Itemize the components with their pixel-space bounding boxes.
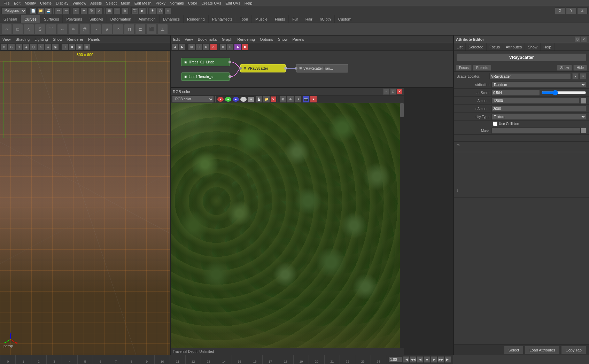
wireframe-btn[interactable]: ⬡ — [157, 7, 164, 14]
shelf-icon-arc[interactable]: ⌒ — [46, 24, 56, 34]
play-prev-btn[interactable]: ◀◀ — [410, 356, 416, 363]
sg-menu-graph[interactable]: Graph — [221, 37, 234, 41]
vp-toolbar-btn-7[interactable]: ● — [45, 44, 52, 51]
rt-info-btn[interactable]: ℹ — [295, 96, 302, 103]
rt-btn-1[interactable]: ● — [217, 96, 224, 102]
sg-grid-btn[interactable]: ⊞ — [227, 44, 234, 51]
menu-select[interactable]: Select — [104, 1, 119, 5]
shelf-tab-fluids[interactable]: Fluids — [271, 15, 289, 23]
shelf-icon-s-curve[interactable]: S — [35, 24, 45, 34]
sg-menu-view[interactable]: View — [184, 37, 194, 41]
sg-tool-6[interactable]: ✕ — [210, 44, 217, 51]
render-vscroll-thumb[interactable] — [400, 103, 404, 117]
select-tool[interactable]: ↖ — [73, 7, 80, 14]
rt-x-btn[interactable]: ✕ — [271, 96, 276, 102]
rt-camera-btn[interactable]: 📷 — [302, 96, 309, 103]
menu-color[interactable]: Color — [186, 1, 199, 5]
vp-toolbar-btn-5[interactable]: ⬡ — [30, 44, 37, 51]
menu-help[interactable]: Help — [242, 1, 255, 5]
new-btn[interactable]: 📄 — [30, 7, 37, 14]
frame-input[interactable]: 1.00 — [388, 356, 402, 363]
vp-menu-renderer[interactable]: Renderer — [66, 37, 84, 41]
shelf-icon-planar[interactable]: ⬛ — [146, 24, 157, 34]
attr-close-btn[interactable]: ✕ — [581, 36, 587, 42]
attr-tab-focus[interactable]: Focus — [487, 43, 503, 51]
menu-proxy[interactable]: Proxy — [154, 1, 168, 5]
attr-focus-btn[interactable]: Focus — [456, 65, 472, 71]
play-back-btn[interactable]: ◀ — [417, 356, 423, 363]
shelf-icon-pencil[interactable]: ✏ — [68, 24, 79, 34]
shelf-icon-revolve[interactable]: ↺ — [113, 24, 123, 34]
sg-filter-btn[interactable]: ◆ — [234, 44, 241, 51]
shader-node-vrscatter[interactable]: ⊞ VRayScatter — [240, 64, 286, 72]
shelf-icon-ep-curve[interactable]: ~ — [91, 24, 101, 34]
menu-edit-mesh[interactable]: Edit Mesh — [132, 1, 154, 5]
shelf-tab-toon[interactable]: Toon — [236, 15, 252, 23]
attr-input-density-type[interactable]: Texture — [491, 114, 586, 120]
shelf-tab-fur[interactable]: Fur — [289, 15, 302, 23]
vp-toolbar-btn-6[interactable]: ○ — [37, 44, 44, 51]
shader-node-vrstran[interactable]: ⊞ VRayScatterTran... — [296, 64, 348, 72]
attr-hide-btn[interactable]: Hide — [573, 65, 587, 71]
attr-checkbox-use-collision[interactable] — [493, 122, 497, 126]
save-btn[interactable]: 💾 — [45, 7, 52, 14]
shader-node-land[interactable]: ▣ land1:Terrain_s... — [181, 72, 230, 81]
attr-amount-indicator[interactable] — [581, 98, 586, 103]
shelf-tab-hair[interactable]: Hair — [302, 15, 316, 23]
sg-tool-1[interactable]: ◀ — [171, 44, 178, 51]
rt-btn-3[interactable]: ● — [232, 96, 239, 102]
attr-input-distribution[interactable]: Random — [491, 82, 586, 88]
attr-tab-list[interactable]: List — [454, 43, 466, 51]
vp-toolbar-btn-1[interactable]: ⊕ — [1, 44, 8, 51]
rt-btn-4[interactable]: ○ — [240, 96, 247, 102]
rt-zoom-btn[interactable]: ⊕ — [287, 96, 294, 103]
menu-normals[interactable]: Normals — [168, 1, 186, 5]
shelf-icon-extrude[interactable]: ⊏ — [135, 24, 146, 34]
play-next-btn[interactable]: ▶▶ — [438, 356, 444, 363]
sg-tool-2[interactable]: ▶ — [179, 44, 186, 51]
scatter-locator-arrow-dn[interactable]: ▼ — [580, 73, 586, 79]
menu-assets[interactable]: Assets — [88, 1, 104, 5]
menu-create-uvs[interactable]: Create UVs — [199, 1, 223, 5]
play-last-btn[interactable]: ▶| — [445, 356, 451, 363]
play-stop-btn[interactable]: ■ — [424, 356, 430, 363]
shelf-icon-circle[interactable]: ○ — [1, 24, 12, 34]
attr-input-ramount[interactable] — [491, 106, 586, 112]
shelf-tab-animation[interactable]: Animation — [135, 15, 160, 23]
z-axis-btn[interactable]: Z — [577, 7, 588, 14]
sg-menu-rendering[interactable]: Rendering — [236, 37, 256, 41]
rt-btn-5[interactable]: ■ — [248, 96, 255, 102]
scale-tool[interactable]: ⤢ — [96, 7, 103, 14]
menu-file[interactable]: File — [1, 1, 12, 5]
attr-input-scale[interactable] — [491, 90, 540, 96]
play-first-btn[interactable]: |◀ — [403, 356, 409, 363]
attr-show-btn[interactable]: Show — [557, 65, 572, 71]
shelf-tab-painteffects[interactable]: PaintEffects — [209, 15, 237, 23]
shelf-tab-deformation[interactable]: Deformation — [107, 15, 135, 23]
attr-presets-btn[interactable]: Presets — [473, 65, 491, 71]
shader-node-trees[interactable]: ▣ iTrees_01_Linde... — [181, 58, 230, 66]
attr-mask-swatch[interactable] — [581, 128, 586, 133]
render-close-btn[interactable]: ✕ — [397, 89, 402, 94]
attr-float-btn[interactable]: ⬡ — [574, 36, 581, 42]
attr-tab-attributes[interactable]: Attributes — [503, 43, 525, 51]
vp-menu-panels[interactable]: Panels — [87, 37, 101, 41]
rotate-tool[interactable]: ↻ — [88, 7, 95, 14]
rt-save-btn[interactable]: 💾 — [255, 96, 262, 103]
vp-menu-show[interactable]: Show — [52, 37, 64, 41]
menu-window[interactable]: Window — [70, 1, 88, 5]
vp-toolbar-btn-2[interactable]: ⊘ — [8, 44, 15, 51]
scatter-locator-input[interactable] — [489, 73, 571, 79]
sg-menu-edit[interactable]: Edit — [172, 37, 181, 41]
show-hide-btn[interactable]: 👁 — [149, 7, 156, 14]
vp-toolbar-btn-12[interactable]: ▤ — [83, 44, 90, 51]
shelf-tab-custom[interactable]: Custom — [335, 15, 355, 23]
shelf-tab-muscle[interactable]: Muscle — [252, 15, 271, 23]
rt-layout-btn[interactable]: ⊞ — [279, 96, 286, 103]
render-color-mode[interactable]: RGB color — [172, 96, 214, 103]
vp-toolbar-btn-4[interactable]: ◈ — [23, 44, 30, 51]
shelf-icon-spiral[interactable]: @ — [79, 24, 90, 34]
sg-tool-4[interactable]: ⊟ — [195, 44, 202, 51]
mode-dropdown[interactable]: Polygons — [1, 7, 26, 14]
bottom-select-btn[interactable]: Select — [504, 346, 524, 354]
